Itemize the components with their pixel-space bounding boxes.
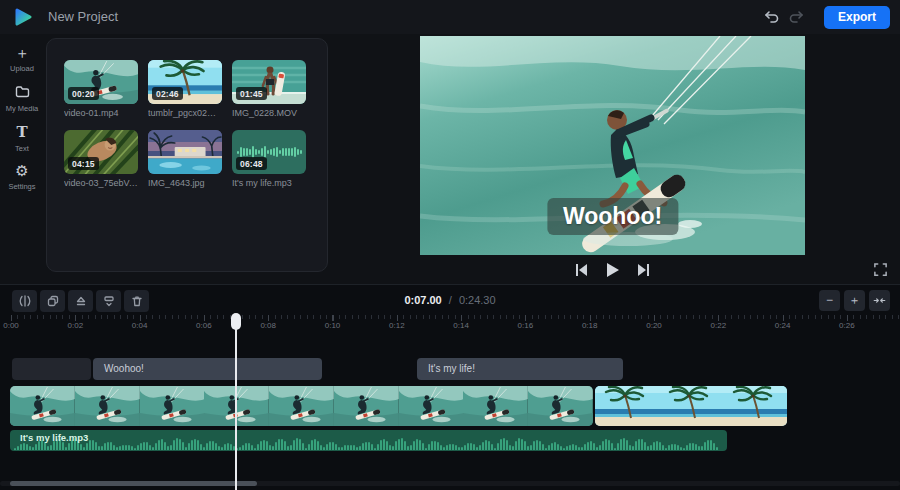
media-filename: IMG_0228.MOV [232, 108, 306, 118]
sidebar-item-settings[interactable]: ⚙ Settings [0, 162, 44, 191]
skip-end-button[interactable] [637, 261, 650, 279]
timeline-ruler[interactable]: 0:000:020:040:060:080:100:120:140:160:18… [0, 315, 900, 333]
zoom-in-button[interactable]: ＋ [844, 290, 865, 311]
media-thumbnail: 04:15 [64, 130, 138, 174]
audio-clip-label: It's my life.mp3 [20, 432, 88, 443]
video-frame-thumbnail [10, 386, 75, 426]
duplicate-button[interactable] [40, 290, 65, 312]
redo-icon[interactable] [789, 9, 805, 25]
sidebar-item-label: Text [0, 144, 44, 153]
undo-icon[interactable] [763, 9, 779, 25]
media-filename: It's my life.mp3 [232, 178, 306, 188]
ruler-label: 0:00 [3, 321, 19, 330]
ruler-label: 0:06 [196, 321, 212, 330]
app-logo-icon [13, 7, 33, 27]
transport-bar [420, 255, 805, 285]
timeline-toolbar [12, 290, 149, 312]
sidebar: ＋ Upload My Media T Text ⚙ Settings [0, 34, 44, 284]
media-item[interactable]: 02:46tumblr_pgcx02DRbl2... [148, 60, 222, 118]
video-frame-thumbnail [269, 386, 334, 426]
audio-waveform [14, 437, 723, 450]
duration-badge: 06:48 [236, 157, 267, 170]
video-clip[interactable] [595, 386, 787, 426]
video-frame-thumbnail [334, 386, 399, 426]
duration-badge: 02:46 [152, 87, 183, 100]
media-library-panel: 00:20video-01.mp4 02:46tumblr_pgcx02DRbl… [46, 38, 328, 272]
video-editor-app: New Project Export ＋ Upload My Media T T… [0, 0, 900, 490]
ruler-label: 0:02 [68, 321, 84, 330]
media-thumbnail: 00:20 [64, 60, 138, 104]
sidebar-item-upload[interactable]: ＋ Upload [0, 44, 44, 73]
video-preview[interactable]: Woohoo! [420, 36, 805, 255]
video-frame-thumbnail [399, 386, 464, 426]
audio-thumbnail: 06:48 [232, 130, 306, 174]
duration-badge: 00:20 [68, 87, 99, 100]
text-clip[interactable]: It's my life! [417, 358, 623, 380]
ruler-label: 0:22 [711, 321, 727, 330]
video-frame-thumbnail [595, 386, 659, 426]
caption-overlay[interactable]: Woohoo! [547, 198, 678, 235]
sidebar-item-label: Settings [0, 182, 44, 191]
sidebar-item-text[interactable]: T Text [0, 124, 44, 153]
media-thumbnail: 02:46 [148, 60, 222, 104]
timeline-scrollbar-thumb[interactable] [10, 481, 257, 486]
media-item[interactable]: IMG_4643.jpg [148, 130, 222, 188]
time-separator: / [449, 294, 452, 306]
video-frame-thumbnail [140, 386, 205, 426]
export-button[interactable]: Export [824, 6, 890, 29]
delete-button[interactable] [124, 290, 149, 312]
duration-badge: 04:15 [68, 157, 99, 170]
fullscreen-icon[interactable] [872, 262, 888, 278]
gear-icon: ⚙ [0, 162, 44, 179]
video-frame-thumbnail [75, 386, 140, 426]
playhead[interactable] [231, 313, 241, 479]
video-frame-thumbnail [659, 386, 723, 426]
plus-icon: ＋ [0, 44, 44, 61]
current-time: 0:07.00 [404, 294, 441, 306]
audio-clip[interactable]: It's my life.mp3 [10, 430, 727, 451]
total-time: 0:24.30 [459, 294, 496, 306]
play-button[interactable] [605, 261, 620, 279]
split-button[interactable] [12, 290, 37, 312]
folder-icon [0, 84, 44, 101]
media-filename: IMG_4643.jpg [148, 178, 222, 188]
ruler-label: 0:14 [453, 321, 469, 330]
media-filename: video-01.mp4 [64, 108, 138, 118]
media-grid: 00:20video-01.mp4 02:46tumblr_pgcx02DRbl… [64, 60, 306, 188]
layer-down-button[interactable] [96, 290, 121, 312]
text-clip[interactable]: Woohoo! [93, 358, 322, 380]
media-item[interactable]: 06:48It's my life.mp3 [232, 130, 306, 188]
zoom-out-button[interactable]: − [819, 290, 840, 311]
sidebar-item-label: My Media [0, 104, 44, 113]
video-clip[interactable] [10, 386, 593, 426]
duration-badge: 01:45 [236, 87, 267, 100]
skip-start-button[interactable] [575, 261, 588, 279]
media-filename: tumblr_pgcx02DRbl2... [148, 108, 222, 118]
media-thumbnail [148, 130, 222, 174]
video-frame-thumbnail [463, 386, 528, 426]
media-item[interactable]: 04:15video-03_75ebV.mp4 [64, 130, 138, 188]
media-item[interactable]: 00:20video-01.mp4 [64, 60, 138, 118]
ruler-label: 0:08 [260, 321, 276, 330]
timeline-section: 0:07.00 / 0:24.30 − ＋ 0:000:020:040:060:… [0, 284, 900, 490]
ruler-label: 0:12 [389, 321, 405, 330]
sidebar-item-label: Upload [0, 64, 44, 73]
layer-up-button[interactable] [68, 290, 93, 312]
media-filename: video-03_75ebV.mp4 [64, 178, 138, 188]
ruler-label: 0:18 [582, 321, 598, 330]
ruler-label: 0:10 [325, 321, 341, 330]
text-icon: T [0, 124, 44, 141]
ruler-label: 0:24 [775, 321, 791, 330]
ruler-label: 0:04 [132, 321, 148, 330]
video-frame-thumbnail [528, 386, 593, 426]
media-thumbnail: 01:45 [232, 60, 306, 104]
zoom-fit-button[interactable] [869, 290, 890, 311]
ruler-label: 0:26 [839, 321, 855, 330]
playhead-line [235, 328, 237, 490]
timeline-zoom-controls: − ＋ [819, 290, 890, 311]
sidebar-item-my-media[interactable]: My Media [0, 84, 44, 113]
ruler-label: 0:16 [518, 321, 534, 330]
project-title: New Project [48, 0, 118, 34]
text-clip[interactable] [12, 358, 91, 380]
media-item[interactable]: 01:45IMG_0228.MOV [232, 60, 306, 118]
